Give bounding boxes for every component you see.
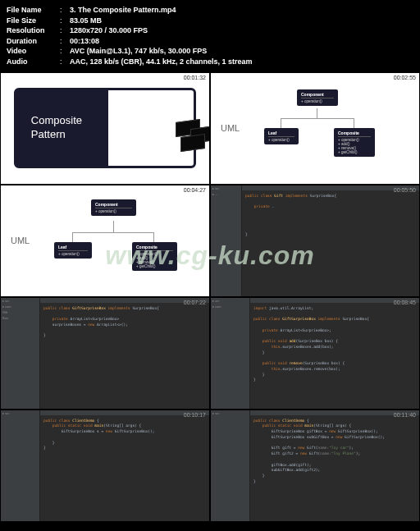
thumbnail-7[interactable]: 00:10:17 ▸ src public class ClientDemo {… xyxy=(0,410,210,522)
timestamp: 00:05:50 xyxy=(394,187,416,193)
uml-label: UML xyxy=(11,236,34,245)
label-audio: Audio xyxy=(7,57,60,67)
project-tree: ▸ src xyxy=(1,410,40,521)
thumbnail-3[interactable]: 00:04:27 UML Component + operation() Lea… xyxy=(0,185,210,297)
code-editor: public class ClientDemo { public static … xyxy=(250,410,419,521)
timestamp: 00:01:32 xyxy=(184,75,206,80)
thumbnail-grid: 00:01:32 Composite Pattern 00:02:55 UML … xyxy=(0,72,420,522)
project-tree: ▸ src ▸ ... xyxy=(211,185,242,296)
code-editor: import java.util.ArrayList; public class… xyxy=(250,298,419,409)
uml-diagram: Component + operation() Leaf + operation… xyxy=(46,198,201,284)
thumbnail-4[interactable]: 00:05:50 ▸ src ▸ ... public class Gift i… xyxy=(210,185,420,297)
label-duration: Duration xyxy=(7,36,60,47)
timestamp: 00:11:40 xyxy=(394,412,416,418)
timestamp: 00:08:45 xyxy=(394,300,416,305)
timestamp: 00:07:22 xyxy=(184,300,206,305)
label-filename: File Name xyxy=(7,5,60,16)
thumbnail-6[interactable]: 00:08:45 ▸ src ▸ com import java.util.Ar… xyxy=(210,297,420,410)
label-filesize: File Size xyxy=(7,16,60,26)
thumbnail-8[interactable]: 00:11:40 ▸ src public class ClientDemo {… xyxy=(210,410,420,522)
slide-title: Composite Pattern xyxy=(31,111,82,145)
project-tree: ▸ src ▸ com xyxy=(211,298,250,409)
code-editor: public class ClientDemo { public static … xyxy=(40,410,209,521)
timestamp: 00:04:27 xyxy=(184,187,206,193)
label-resolution: Resolution xyxy=(7,25,60,36)
project-tree: ▸ src xyxy=(211,410,250,521)
timestamp: 00:10:17 xyxy=(184,412,206,418)
timestamp: 00:02:55 xyxy=(394,75,416,80)
uml-label: UML xyxy=(221,123,244,133)
thumbnail-5[interactable]: 00:07:22 ▸ src ▸ com Gift Box public cla… xyxy=(0,297,210,410)
uml-diagram: Component + operation() Leaf + operation… xyxy=(256,85,411,172)
label-video: Video xyxy=(7,46,60,57)
thumbnail-1[interactable]: 00:01:32 Composite Pattern xyxy=(0,72,210,185)
file-info-header: File Name:3. The Composite Pattern.mp4 F… xyxy=(0,0,420,72)
code-editor: public class GiftSurpriseBox implements … xyxy=(40,298,209,409)
thumbnail-2[interactable]: 00:02:55 UML Component + operation() Lea… xyxy=(210,72,420,185)
code-editor: public class Gift implements SurpriseBox… xyxy=(242,185,419,296)
project-tree: ▸ src ▸ com Gift Box xyxy=(1,298,40,409)
